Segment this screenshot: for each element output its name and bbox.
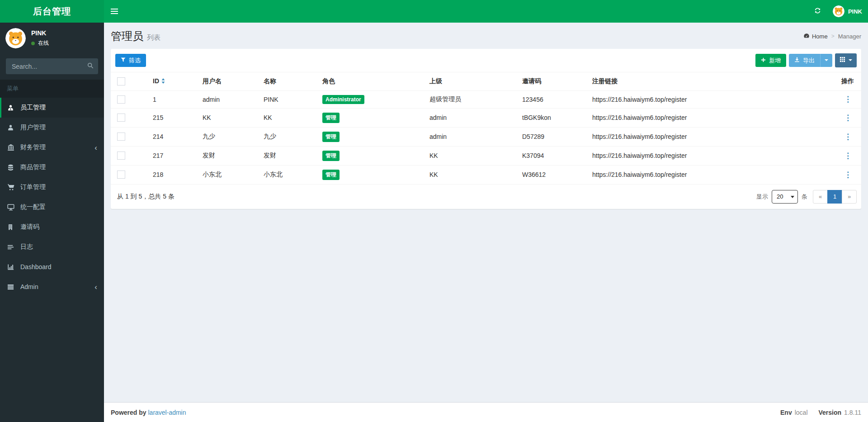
row-actions-button[interactable]: ⋮ bbox=[842, 152, 854, 160]
breadcrumb-home[interactable]: Home bbox=[803, 33, 828, 40]
main-content: 筛选 新增 导出 bbox=[104, 48, 868, 216]
cell-parent: 超级管理员 bbox=[426, 90, 519, 108]
app-logo[interactable]: 后台管理 bbox=[0, 0, 104, 23]
role-badge: 管理 bbox=[322, 113, 340, 123]
export-dropdown-button[interactable] bbox=[820, 54, 832, 67]
per-page-select[interactable]: 20 bbox=[772, 190, 798, 204]
sidebar-item-admin[interactable]: Admin‹ bbox=[0, 277, 104, 297]
cart-icon bbox=[7, 184, 18, 191]
cell-id: 215 bbox=[149, 108, 199, 127]
user-status-label: 在线 bbox=[38, 39, 49, 47]
cell-name: 小东北 bbox=[260, 165, 319, 184]
sidebar-item-config[interactable]: 统一配置 bbox=[0, 197, 104, 217]
sidebar-item-dashboard[interactable]: Dashboard bbox=[0, 257, 104, 277]
sidebar-item-label: 日志 bbox=[20, 243, 97, 251]
sidebar-item-label: 订单管理 bbox=[20, 183, 97, 191]
table-row: 217发财发财管理KKK37094https://216.haiwaiym6.t… bbox=[111, 146, 861, 165]
table-row: 214九少九少管理adminD57289https://216.haiwaiym… bbox=[111, 127, 861, 146]
admins-table: ID用户名名称角色上级邀请码注册链接操作 1adminPINKAdministr… bbox=[111, 72, 861, 184]
sidebar-item-label: 商品管理 bbox=[20, 163, 97, 171]
row-checkbox[interactable] bbox=[117, 114, 125, 122]
row-actions-button[interactable]: ⋮ bbox=[842, 171, 854, 179]
chevron-left-icon: ‹ bbox=[94, 283, 97, 291]
content-wrapper: 管理员列表 Home > Manager 筛选 bbox=[104, 23, 868, 402]
column-header: 角色 bbox=[319, 72, 426, 91]
sidebar-item-goods[interactable]: 商品管理 bbox=[0, 157, 104, 177]
column-header: 邀请码 bbox=[519, 72, 589, 91]
cell-parent: KK bbox=[426, 165, 519, 184]
sidebar-item-invite[interactable]: 邀请码 bbox=[0, 217, 104, 237]
grid-footer: 从 1 到 5，总共 5 条 显示 20 条 «1» bbox=[111, 184, 861, 209]
row-actions-button[interactable]: ⋮ bbox=[842, 114, 854, 122]
page-button[interactable]: » bbox=[842, 190, 857, 204]
search-button[interactable] bbox=[83, 58, 98, 74]
cell-role: 管理 bbox=[319, 108, 426, 127]
row-checkbox[interactable] bbox=[117, 152, 125, 160]
sidebar-item-label: Dashboard bbox=[20, 263, 97, 270]
per-page-unit-label: 条 bbox=[802, 193, 807, 201]
grid-box: 筛选 新增 导出 bbox=[111, 49, 861, 209]
table-row: 218小东北小东北管理KKW36612https://216.haiwaiym6… bbox=[111, 165, 861, 184]
select-all-checkbox[interactable] bbox=[117, 77, 125, 85]
row-actions-button[interactable]: ⋮ bbox=[842, 133, 854, 141]
sort-icon[interactable] bbox=[161, 78, 165, 85]
sidebar-item-staff[interactable]: 员工管理 bbox=[0, 98, 104, 118]
page-button-active[interactable]: 1 bbox=[827, 190, 842, 204]
sidebar-item-finance[interactable]: 财务管理‹ bbox=[0, 138, 104, 157]
search-icon bbox=[87, 62, 94, 70]
row-checkbox[interactable] bbox=[117, 171, 125, 179]
role-badge: Administrator bbox=[322, 95, 364, 104]
menu-header: 菜单 bbox=[0, 80, 104, 98]
cell-name: KK bbox=[260, 108, 319, 127]
new-button[interactable]: 新增 bbox=[755, 54, 786, 67]
export-button[interactable]: 导出 bbox=[789, 54, 820, 67]
main-header: 后台管理 PINK bbox=[0, 0, 868, 23]
cell-parent: admin bbox=[426, 127, 519, 146]
powered-by-label: Powered by bbox=[111, 409, 146, 416]
column-selector-button[interactable] bbox=[835, 53, 857, 67]
content-header: 管理员列表 Home > Manager bbox=[104, 23, 868, 48]
navbar-user-menu[interactable]: PINK bbox=[827, 0, 868, 23]
sidebar-item-logs[interactable]: 日志 bbox=[0, 237, 104, 257]
cell-register-link: https://216.haiwaiym6.top/register bbox=[589, 90, 827, 108]
sidebar-user-panel: PINK 在线 bbox=[0, 23, 104, 53]
row-actions-button[interactable]: ⋮ bbox=[842, 95, 854, 104]
cell-role: 管理 bbox=[319, 127, 426, 146]
cell-role: 管理 bbox=[319, 146, 426, 165]
sidebar-item-label: 邀请码 bbox=[20, 223, 97, 231]
version-value: 1.8.11 bbox=[844, 409, 861, 416]
cell-register-link: https://216.haiwaiym6.top/register bbox=[589, 108, 827, 127]
search-input[interactable] bbox=[6, 63, 83, 70]
building-icon bbox=[7, 224, 18, 230]
cell-invite-code: tBGK9kon bbox=[519, 108, 589, 127]
grid-toolbar: 筛选 新增 导出 bbox=[111, 49, 861, 72]
page-title: 管理员 bbox=[111, 30, 143, 42]
cell-register-link: https://216.haiwaiym6.top/register bbox=[589, 146, 827, 165]
sidebar-item-label: 财务管理 bbox=[20, 143, 94, 152]
user-avatar bbox=[5, 28, 26, 48]
column-header: 用户名 bbox=[199, 72, 260, 91]
breadcrumb: Home > Manager bbox=[803, 33, 861, 40]
cell-name: 发财 bbox=[260, 146, 319, 165]
laravel-admin-link[interactable]: laravel-admin bbox=[148, 409, 186, 416]
page-button[interactable]: « bbox=[813, 190, 828, 204]
chevron-left-icon: ‹ bbox=[94, 144, 97, 152]
caret-down-icon bbox=[849, 59, 852, 61]
refresh-button[interactable] bbox=[808, 0, 827, 23]
sidebar-toggle-button[interactable] bbox=[104, 0, 125, 23]
column-header: 上级 bbox=[426, 72, 519, 91]
sidebar-item-orders[interactable]: 订单管理 bbox=[0, 177, 104, 197]
online-status-icon bbox=[31, 42, 35, 45]
env-value: local bbox=[795, 409, 808, 416]
row-checkbox[interactable] bbox=[117, 95, 125, 104]
per-page-label: 显示 bbox=[756, 193, 768, 201]
sidebar-item-label: 员工管理 bbox=[20, 104, 97, 112]
filter-button[interactable]: 筛选 bbox=[115, 54, 146, 67]
user-avatar bbox=[833, 5, 844, 17]
version-label: Version bbox=[819, 409, 842, 416]
cell-parent: KK bbox=[426, 146, 519, 165]
row-checkbox[interactable] bbox=[117, 133, 125, 141]
sidebar-item-users[interactable]: 用户管理 bbox=[0, 118, 104, 138]
sidebar-item-label: Admin bbox=[20, 283, 94, 290]
env-label: Env bbox=[780, 409, 792, 416]
